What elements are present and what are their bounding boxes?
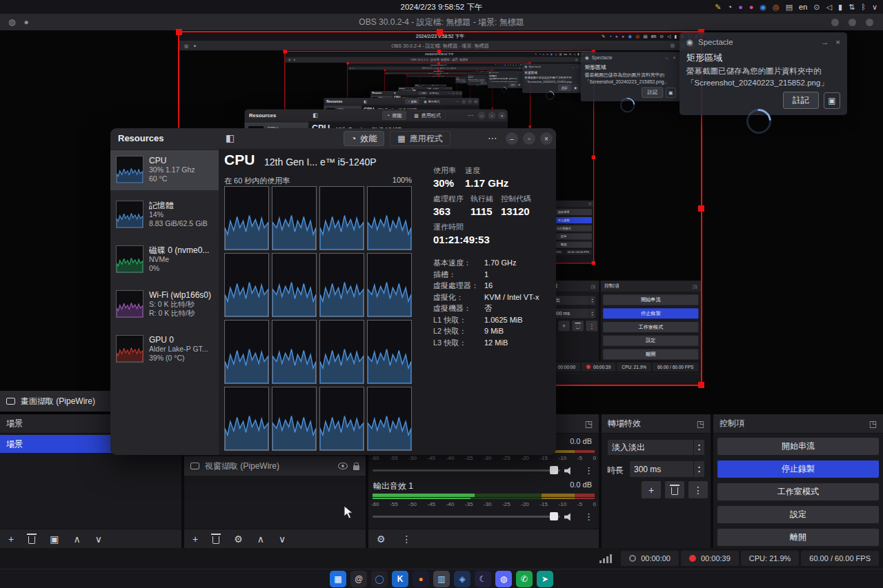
- notification-open-icon[interactable]: →: [821, 38, 829, 46]
- annotate-button[interactable]: 註記: [783, 92, 819, 109]
- transition-menu-button[interactable]: ⋮: [688, 481, 708, 498]
- tray-icon[interactable]: ✎: [715, 3, 721, 11]
- minimize-button[interactable]: –: [506, 132, 518, 145]
- resize-handle[interactable]: [176, 29, 182, 35]
- sidebar-toggle-icon[interactable]: ◧: [226, 132, 235, 143]
- taskbar-app[interactable]: ▥: [433, 571, 450, 587]
- track2-volume-slider[interactable]: [373, 511, 560, 521]
- resource-item[interactable]: CPU 30% 1.17 Ghz 60 °C: [110, 150, 219, 190]
- overflow-menu-icon[interactable]: ⋯: [488, 132, 497, 143]
- control-button[interactable]: 設定: [717, 506, 879, 523]
- resource-item[interactable]: Wi-Fi (wlp166s0) S: 0 K 比特/秒 R: 0 K 比特/秒: [110, 285, 219, 325]
- source-up-button[interactable]: ∧: [257, 534, 264, 544]
- source-item-window-capture[interactable]: 視窗擷取 (PipeWire): [184, 456, 366, 476]
- tray-icon[interactable]: ●: [749, 3, 754, 11]
- taskbar-app[interactable]: K: [392, 571, 408, 587]
- tab-applications[interactable]: ▦ 應用程式: [390, 131, 450, 146]
- tray-icon[interactable]: ᛒ: [861, 3, 866, 11]
- resize-handle[interactable]: [437, 29, 443, 35]
- source-down-button[interactable]: ∨: [279, 534, 286, 544]
- taskbar-app[interactable]: ✆: [516, 571, 533, 587]
- resize-handle[interactable]: [698, 205, 704, 212]
- speaker-icon[interactable]: [564, 467, 573, 475]
- resource-item[interactable]: 記憶體 14% 8.83 GiB/62.5 GiB: [110, 195, 219, 235]
- maximize-button[interactable]: ▫: [523, 132, 535, 145]
- notification-close-icon[interactable]: ×: [835, 38, 840, 46]
- close-button[interactable]: [866, 19, 873, 26]
- cpu-speed-value: 1.17 GHz: [465, 177, 508, 189]
- notification-extra-button[interactable]: ▣: [824, 92, 840, 109]
- mixer-menu-icon[interactable]: ⋮: [402, 534, 412, 544]
- taskbar-app[interactable]: ➤: [537, 571, 553, 587]
- dock-float-icon[interactable]: ◳: [869, 419, 877, 429]
- speaker-icon[interactable]: [564, 513, 573, 521]
- taskbar-app[interactable]: ◍: [495, 571, 512, 587]
- tray-icon[interactable]: ⊙: [813, 3, 820, 11]
- obs-window-title: OBS 30.0.2-4 - 設定檔: 無標題 - 場景: 無標題: [359, 17, 524, 28]
- obs-status-bar: 00:00:00 00:00:39 CPU: 21.9% 60.00 / 60.…: [0, 548, 883, 569]
- tray-icon[interactable]: ∨: [872, 3, 877, 11]
- remove-scene-button[interactable]: [28, 536, 35, 544]
- tray-icon[interactable]: ◉: [760, 3, 766, 11]
- resize-handle[interactable]: [698, 382, 704, 388]
- cpu-core-graph: [319, 186, 364, 250]
- detail-row: 虛擬化： KVM / Intel VT-x: [433, 292, 552, 303]
- transition-select[interactable]: 淡入淡出 ▴▾: [607, 439, 705, 456]
- tray-icon[interactable]: ▮: [838, 3, 842, 11]
- tray-icon[interactable]: ◔: [728, 3, 733, 11]
- remove-transition-button[interactable]: [665, 481, 684, 498]
- tray-icon[interactable]: ⇅: [849, 3, 855, 11]
- detail-row: 插槽： 1: [433, 269, 552, 281]
- track1-menu-icon[interactable]: ⋮: [584, 465, 593, 476]
- tray-icon[interactable]: ◁: [826, 3, 832, 11]
- fps-indicator: 60.00 / 60.00 FPS: [801, 551, 879, 566]
- tray-icon[interactable]: ▤: [786, 3, 793, 11]
- scene-up-button[interactable]: ∧: [73, 534, 80, 544]
- tray-icon[interactable]: ◎: [773, 3, 780, 11]
- control-button[interactable]: 工作室模式: [717, 483, 879, 500]
- dock-float-icon[interactable]: ◳: [585, 419, 593, 429]
- minimize-button[interactable]: [831, 19, 839, 26]
- tray-icon[interactable]: en: [799, 3, 807, 11]
- clock[interactable]: 2024/2/23 9:58:52 下午: [401, 2, 483, 12]
- track2-menu-icon[interactable]: ⋮: [584, 511, 593, 522]
- stepper-arrows[interactable]: ▴▾: [693, 461, 704, 477]
- resource-item[interactable]: GPU 0 Alder Lake-P GT... 39% (0 °C): [110, 330, 219, 369]
- taskbar-app[interactable]: @: [350, 571, 367, 587]
- control-button[interactable]: 離開: [717, 529, 879, 546]
- tab-performance[interactable]: ◔ 效能: [344, 131, 384, 146]
- cpu-core-graph: [367, 186, 412, 250]
- slider-handle[interactable]: [550, 466, 558, 474]
- taskbar-app[interactable]: ▦: [330, 571, 346, 587]
- remove-source-button[interactable]: [212, 536, 219, 544]
- taskbar-app[interactable]: ●: [413, 571, 429, 587]
- lock-icon[interactable]: [353, 465, 359, 470]
- add-transition-button[interactable]: +: [642, 481, 661, 498]
- track1-db-label: 0.0 dB: [570, 437, 592, 445]
- slider-handle[interactable]: [550, 512, 558, 520]
- detail-row: 虛擬機器： 否: [433, 303, 552, 314]
- taskbar-app[interactable]: ◯: [371, 571, 388, 587]
- maximize-button[interactable]: [849, 19, 856, 26]
- tray-icon[interactable]: ●: [738, 3, 743, 11]
- visibility-icon[interactable]: [338, 463, 348, 469]
- detail-row: 虛擬處理器： 16: [433, 280, 552, 292]
- dock-float-icon[interactable]: ◳: [697, 419, 704, 429]
- close-button[interactable]: ×: [540, 132, 553, 145]
- scene-down-button[interactable]: ∨: [95, 534, 102, 544]
- select-arrows[interactable]: ▴▾: [693, 440, 704, 455]
- resource-graph-thumbnail: [116, 335, 143, 363]
- resource-item[interactable]: 磁碟 0 (nvme0... NVMe 0%: [110, 240, 219, 280]
- scene-filters-button[interactable]: ▣: [50, 534, 59, 544]
- add-scene-button[interactable]: +: [8, 534, 14, 544]
- source-properties-button[interactable]: ⚙: [234, 534, 243, 544]
- duration-stepper[interactable]: 300 ms ▴▾: [629, 460, 705, 478]
- add-source-button[interactable]: +: [192, 534, 198, 544]
- resource-graph-thumbnail: [116, 156, 143, 183]
- mixer-settings-icon[interactable]: ⚙: [377, 534, 386, 544]
- taskbar-app[interactable]: ◈: [454, 571, 470, 587]
- control-button[interactable]: 停止錄製: [717, 460, 879, 478]
- track1-volume-slider[interactable]: [373, 465, 560, 475]
- control-button[interactable]: 開始串流: [717, 438, 879, 455]
- taskbar-app[interactable]: ☾: [475, 571, 491, 587]
